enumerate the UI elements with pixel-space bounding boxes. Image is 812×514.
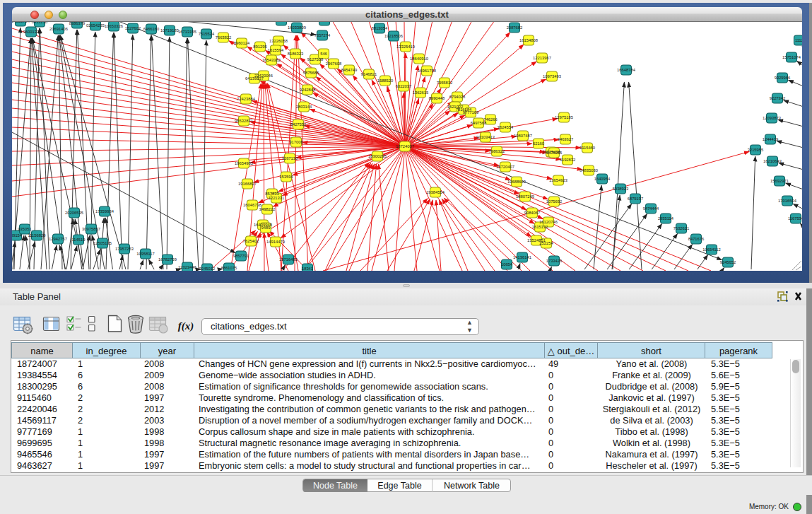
svg-text:16154808: 16154808 [519,38,538,42]
svg-text:917006: 917006 [289,140,302,144]
svg-text:30975857: 30975857 [82,227,100,231]
svg-text:891295: 891295 [253,45,266,49]
svg-text:8813054: 8813054 [372,26,388,30]
svg-text:1527602: 1527602 [125,26,141,30]
svg-text:9777169: 9777169 [463,110,479,115]
svg-text:3267130: 3267130 [282,156,298,160]
svg-text:1167534: 1167534 [788,216,802,221]
svg-text:1615132: 1615132 [532,225,548,229]
svg-text:4192832: 4192832 [560,158,576,162]
svg-text:18341: 18341 [302,267,313,271]
svg-text:18807249: 18807249 [516,194,534,199]
svg-text:12505135: 12505135 [93,241,112,245]
svg-text:2087682: 2087682 [507,25,523,30]
svg-text:252254: 252254 [539,241,553,245]
svg-text:17957253: 17957253 [115,247,134,251]
svg-text:8990448: 8990448 [429,96,445,100]
svg-text:9600133: 9600133 [23,30,40,34]
svg-text:3498222: 3498222 [259,207,276,211]
svg-text:f(x): f(x) [178,320,194,332]
svg-text:02654235: 02654235 [86,23,105,28]
svg-text:7955812: 7955812 [437,81,453,85]
svg-text:0433218: 0433218 [32,22,48,24]
svg-text:16210643: 16210643 [763,159,782,163]
svg-text:10654112: 10654112 [702,247,720,252]
svg-text:14136141: 14136141 [513,255,531,259]
svg-text:14914479: 14914479 [266,240,285,244]
svg-text:153594: 153594 [279,175,293,179]
svg-text:10889377: 10889377 [272,22,290,23]
svg-text:3215955: 3215955 [748,148,764,152]
svg-text:9857791: 9857791 [233,254,249,258]
svg-text:64835030: 64835030 [579,168,598,173]
svg-text:6794028: 6794028 [449,95,466,99]
svg-text:1588520: 1588520 [377,78,394,83]
svg-text:1244419: 1244419 [763,137,779,141]
svg-text:3624554: 3624554 [498,125,514,129]
svg-text:12093873: 12093873 [763,116,781,120]
svg-text:24055724: 24055724 [12,22,30,23]
svg-text:10719185: 10719185 [160,28,179,33]
svg-text:1733426: 1733426 [546,259,563,263]
svg-text:7515524: 7515524 [199,32,215,36]
svg-text:1859: 1859 [320,22,329,23]
svg-text:13654923: 13654923 [549,178,567,182]
svg-text:9329966: 9329966 [775,76,791,80]
svg-text:16961758: 16961758 [418,69,436,73]
svg-text:1640954: 1640954 [594,177,611,181]
svg-text:62160: 62160 [533,141,544,146]
svg-text:9245652: 9245652 [720,260,736,264]
svg-text:15751074: 15751074 [782,55,801,59]
svg-text:12323446: 12323446 [178,265,196,269]
svg-text:1615594: 1615594 [268,48,284,52]
svg-text:9127508: 9127508 [307,57,324,62]
svg-text:5875685: 5875685 [303,71,319,75]
svg-text:16713155: 16713155 [178,30,196,34]
svg-text:20691406: 20691406 [49,27,68,31]
svg-text:17359934: 17359934 [95,209,114,214]
svg-text:96532871: 96532871 [235,119,253,123]
svg-text:16120746: 16120746 [539,220,558,224]
svg-text:2803144: 2803144 [296,105,312,109]
svg-text:93103413: 93103413 [476,135,495,139]
svg-text:6322037: 6322037 [396,84,412,88]
svg-text:19166827: 19166827 [238,182,257,186]
svg-text:9474444: 9474444 [643,206,659,211]
svg-text:17016504: 17016504 [778,199,797,203]
svg-text:9115460: 9115460 [579,146,595,150]
svg-text:16782759: 16782759 [158,257,177,262]
svg-text:10653326: 10653326 [105,24,123,28]
svg-text:9084067: 9084067 [524,211,541,215]
svg-text:8861075: 8861075 [221,266,237,270]
svg-text:9245012: 9245012 [199,267,216,271]
svg-text:9146821: 9146821 [361,72,377,76]
svg-text:6475255: 6475255 [546,151,563,155]
svg-text:5938923: 5938923 [613,187,629,191]
svg-text:7663822: 7663822 [216,35,232,40]
svg-text:15720407: 15720407 [496,165,514,169]
svg-text:18640910: 18640910 [410,57,428,61]
svg-text:1221331: 1221331 [269,196,285,200]
svg-text:8454749: 8454749 [341,68,358,72]
svg-text:9463627: 9463627 [558,137,574,141]
svg-text:19654985: 19654985 [235,161,253,165]
svg-text:6879197: 6879197 [628,197,644,201]
svg-text:2967608: 2967608 [326,62,342,66]
svg-text:7357274: 7357274 [314,33,331,37]
svg-text:9227342: 9227342 [770,96,786,100]
svg-text:18724007: 18724007 [396,144,414,148]
svg-text:19384554: 19384554 [426,190,445,194]
svg-text:935051: 935051 [18,227,31,231]
svg-text:10973493: 10973493 [543,74,561,78]
svg-text:114519: 114519 [72,238,86,242]
svg-text:22420046: 22420046 [254,74,273,78]
svg-text:2935114: 2935114 [658,216,674,221]
svg-text:16033809: 16033809 [288,25,306,30]
svg-text:8186323: 8186323 [288,52,304,56]
svg-text:8386379: 8386379 [69,22,86,25]
svg-text:1112: 1112 [795,38,802,42]
svg-text:7632621: 7632621 [673,226,690,230]
svg-text:8960124: 8960124 [234,41,250,45]
svg-text:13226058: 13226058 [269,39,288,43]
svg-text:10958117: 10958117 [136,252,154,256]
